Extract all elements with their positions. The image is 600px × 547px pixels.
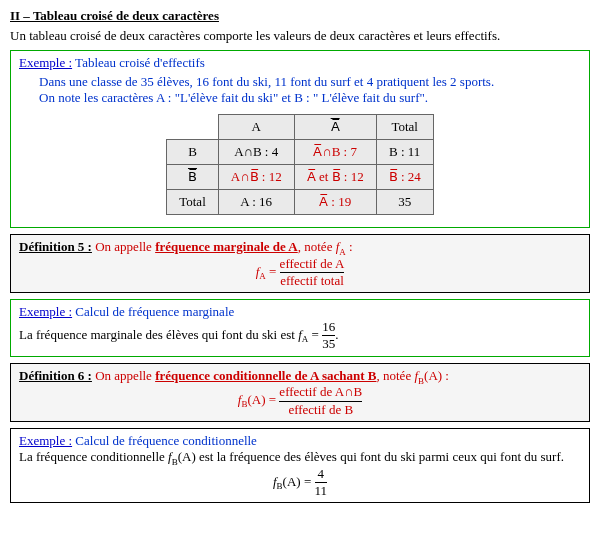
- cell-11: A∩B : 4: [218, 140, 294, 165]
- exemple2-label: Exemple :: [19, 304, 72, 319]
- definition-5-box: Définition 5 : On appelle fréquence marg…: [10, 234, 590, 293]
- exemple3-text: La fréquence conditionnelle fB(A) est la…: [19, 449, 581, 467]
- cell-33: 35: [376, 190, 433, 215]
- cell-23: B̅ : 24: [376, 165, 433, 190]
- exemple-box-1: Exemple : Tableau croisé d'effectifs Dan…: [10, 50, 590, 228]
- definition-6-box: Définition 6 : On appelle fréquence cond…: [10, 363, 590, 422]
- exemple2-text: La fréquence marginale des élèves qui fo…: [19, 320, 581, 352]
- def6-label: Définition 6 :: [19, 368, 92, 383]
- col-header-abar: A̅: [294, 115, 376, 140]
- def5-text: On appelle fréquence marginale de A, not…: [95, 239, 352, 254]
- col-header-total: Total: [376, 115, 433, 140]
- cell-22: A̅ et B̅ : 12: [294, 165, 376, 190]
- cell-32: A̅ : 19: [294, 190, 376, 215]
- exemple-line-1: Dans une classe de 35 élèves, 16 font du…: [19, 74, 581, 90]
- cell-31: A : 16: [218, 190, 294, 215]
- cross-table: A A̅ Total B A∩B : 4 A̅∩B : 7 B : 11 B̅ …: [166, 114, 434, 215]
- exemple-label: Exemple :: [19, 55, 72, 70]
- cell-13: B : 11: [376, 140, 433, 165]
- def5-label: Définition 5 :: [19, 239, 92, 254]
- cell-12: A̅∩B : 7: [294, 140, 376, 165]
- def5-formula: fA = effectif de A effectif total: [19, 257, 581, 289]
- def6-formula: fB(A) = effectif de A∩B effectif de B: [19, 385, 581, 417]
- intro-text: Un tableau croisé de deux caractères com…: [10, 28, 590, 44]
- exemple3-title: Calcul de fréquence conditionnelle: [75, 433, 257, 448]
- exemple-box-2: Exemple : Calcul de fréquence marginale …: [10, 299, 590, 357]
- row-header-bbar: B̅: [167, 165, 219, 190]
- def6-text: On appelle fréquence conditionnelle de A…: [95, 368, 449, 383]
- cell-21: A∩B̅ : 12: [218, 165, 294, 190]
- exemple3-formula: fB(A) = 4 11: [19, 467, 581, 499]
- section-title: II – Tableau croisé de deux caractères: [10, 8, 590, 24]
- row-header-b: B: [167, 140, 219, 165]
- exemple2-title: Calcul de fréquence marginale: [75, 304, 234, 319]
- exemple-box-3: Exemple : Calcul de fréquence conditionn…: [10, 428, 590, 503]
- exemple-line-2: On note les caractères A : "L'élève fait…: [19, 90, 581, 106]
- col-header-a: A: [218, 115, 294, 140]
- row-header-total: Total: [167, 190, 219, 215]
- exemple-title: Tableau croisé d'effectifs: [75, 55, 205, 70]
- exemple3-label: Exemple :: [19, 433, 72, 448]
